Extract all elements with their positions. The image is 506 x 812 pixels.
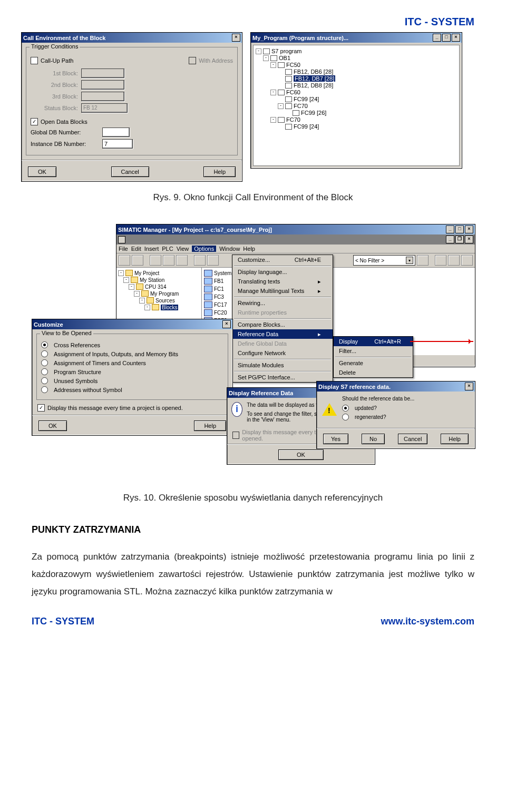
tree-node[interactable]: -FC70 (278, 103, 457, 109)
expand-icon[interactable]: - (263, 55, 269, 61)
tree-node[interactable]: FB12, DB7 [28] (278, 75, 457, 82)
menu-help[interactable]: Help (243, 246, 255, 252)
tree-node[interactable]: FC99 [26] (285, 110, 457, 116)
help-icon[interactable] (461, 255, 473, 266)
ok-button[interactable]: OK (278, 449, 324, 460)
toolbar-button[interactable] (119, 255, 130, 266)
toolbar-button[interactable] (448, 255, 460, 266)
tree-node[interactable]: -FC70 (270, 116, 457, 123)
minimize-icon[interactable]: _ (433, 34, 441, 42)
nav-item[interactable]: -My Project (118, 270, 200, 276)
nav-item[interactable]: -CPU 314 (129, 283, 200, 290)
expand-icon[interactable]: - (134, 291, 140, 297)
menu-options[interactable]: Options (192, 246, 216, 252)
toolbar-button[interactable] (207, 255, 219, 266)
cancel-button[interactable]: Cancel (398, 434, 427, 444)
menu-item[interactable]: Rewiring... (232, 298, 333, 308)
close-icon[interactable]: × (452, 34, 460, 42)
menu-item[interactable]: Customize...Ctrl+Alt+E (232, 255, 333, 265)
tree-node[interactable]: FB12, DB8 [28] (278, 82, 457, 89)
menu-item[interactable]: Display language... (232, 267, 333, 277)
nav-item[interactable]: -My Program (134, 290, 200, 297)
toolbar-button[interactable] (194, 255, 206, 266)
toolbar-button[interactable] (435, 255, 446, 266)
restore-icon[interactable]: ❐ (455, 236, 464, 243)
expand-icon[interactable]: - (278, 103, 284, 109)
instance-db-field[interactable]: 7 (102, 139, 133, 149)
call-up-path-checkbox[interactable]: Call-Up Path (31, 57, 73, 64)
view-option-radio[interactable]: Unused Symbols (41, 377, 223, 384)
tree-node[interactable]: -OB1 (263, 55, 457, 61)
menu-item[interactable]: Filter... (334, 346, 413, 356)
menu-item[interactable]: Configure Network (232, 348, 333, 358)
toolbar-button[interactable] (417, 255, 429, 266)
tree-node[interactable]: -FC60 (270, 89, 457, 95)
menu-plc[interactable]: PLC (162, 246, 173, 252)
menu-item[interactable]: Generate (334, 358, 413, 368)
close-icon[interactable]: × (232, 34, 240, 42)
help-button[interactable]: Help (441, 434, 469, 444)
customize-titlebar[interactable]: Customize × (32, 319, 232, 329)
menu-item[interactable]: Translating texts▸ (232, 277, 333, 286)
nav-item[interactable]: -My Station (123, 277, 200, 283)
expand-icon[interactable]: - (144, 305, 150, 310)
program-structure-titlebar[interactable]: My_Program (Program structure)... _ □ × (251, 33, 462, 43)
menu-file[interactable]: File (119, 246, 128, 252)
menu-item[interactable]: Delete (334, 368, 413, 377)
filter-combo[interactable]: < No Filter > ▾ (353, 255, 415, 266)
tree-node[interactable]: FC99 [24] (278, 96, 457, 102)
minimize-icon[interactable]: _ (446, 236, 454, 243)
minimize-icon[interactable]: _ (446, 226, 454, 233)
manager-titlebar[interactable]: SIMATIC Manager - [My Project -- c:\s7_c… (116, 224, 475, 234)
view-option-radio[interactable]: Assignment of Inputs, Outputs, and Memor… (41, 350, 223, 357)
expand-icon[interactable]: - (123, 277, 129, 283)
expand-icon[interactable]: - (139, 298, 145, 304)
view-option-radio[interactable]: Assignment of Timers and Counters (41, 359, 223, 366)
paste-icon[interactable] (176, 255, 188, 266)
menu-item[interactable]: DisplayCtrl+Alt+R (334, 337, 413, 346)
display-message-checkbox[interactable]: ✓Display this message every time a proje… (37, 404, 227, 412)
expand-icon[interactable]: - (129, 284, 134, 290)
close-icon[interactable]: × (222, 320, 231, 328)
copy-icon[interactable] (163, 255, 174, 266)
menu-item[interactable]: Compare Blocks... (232, 320, 333, 329)
program-tree[interactable]: -S7 program-OB1 -FC50FB12, DB6 [28]FB12,… (253, 45, 460, 166)
menu-item[interactable]: Manage Multilingual Texts▸ (232, 286, 333, 296)
expand-icon[interactable]: - (270, 90, 276, 95)
options-menu[interactable]: Customize...Ctrl+Alt+EDisplay language..… (232, 255, 333, 383)
menu-window[interactable]: Window (219, 246, 240, 252)
updated-radio[interactable]: updated? (342, 405, 414, 412)
help-button[interactable]: Help (194, 420, 226, 431)
reference-data-submenu[interactable]: DisplayCtrl+Alt+RFilter...GenerateDelete (333, 336, 413, 378)
mdi-child-titlebar[interactable]: _ ❐ × (116, 234, 475, 244)
chevron-down-icon[interactable]: ▾ (406, 257, 413, 264)
maximize-icon[interactable]: □ (442, 34, 451, 42)
cancel-button[interactable]: Cancel (111, 167, 149, 177)
menu-insert[interactable]: Insert (144, 246, 159, 252)
help-button[interactable]: Help (203, 167, 236, 177)
nav-item[interactable]: -Blocks (144, 304, 200, 310)
expand-icon[interactable]: - (118, 270, 124, 276)
tree-node[interactable]: -S7 program (256, 48, 457, 54)
nav-item[interactable]: -Sources (139, 297, 200, 304)
expand-icon[interactable]: - (270, 62, 276, 68)
ok-button[interactable]: OK (28, 167, 56, 177)
no-button[interactable]: No (362, 434, 385, 444)
expand-icon[interactable]: - (256, 48, 261, 54)
global-db-field[interactable] (102, 128, 130, 137)
ok-button[interactable]: OK (38, 420, 67, 431)
cut-icon[interactable] (150, 255, 161, 266)
view-option-radio[interactable]: Cross References (41, 341, 223, 348)
view-option-radio[interactable]: Program Structure (41, 368, 223, 375)
menu-edit[interactable]: Edit (131, 246, 141, 252)
yes-button[interactable]: Yes (323, 434, 348, 444)
close-icon[interactable]: × (465, 383, 473, 390)
open-data-blocks-checkbox[interactable]: ✓Open Data Blocks (31, 118, 233, 125)
maximize-icon[interactable]: □ (455, 226, 464, 233)
tree-node[interactable]: FC99 [24] (278, 123, 457, 130)
close-icon[interactable]: × (465, 236, 473, 243)
menu-item[interactable]: Reference Data▸ (232, 329, 333, 339)
view-option-radio[interactable]: Addresses without Symbol (41, 386, 223, 393)
ds7-titlebar[interactable]: Display S7 reference data. × (317, 381, 475, 392)
regenerated-radio[interactable]: regenerated? (342, 414, 414, 420)
